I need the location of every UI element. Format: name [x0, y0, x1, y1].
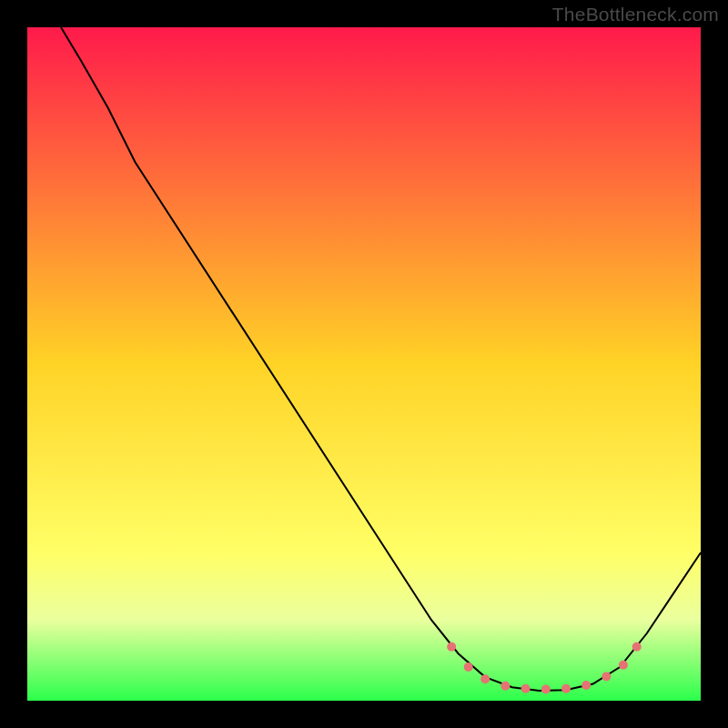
marker-dot [581, 681, 591, 690]
chart-svg [27, 27, 701, 701]
marker-dot [500, 682, 510, 691]
plot-area [27, 27, 701, 701]
marker-dot [541, 684, 551, 693]
marker-dot [447, 642, 456, 652]
marker-dot [480, 674, 490, 683]
gradient-background [27, 27, 701, 701]
marker-dot [464, 662, 473, 672]
marker-dot [619, 661, 628, 670]
marker-dot [602, 672, 611, 681]
watermark-text: TheBottleneck.com [552, 4, 719, 25]
marker-dot [561, 684, 571, 693]
marker-dot [521, 684, 531, 693]
chart-container: TheBottleneck.com [0, 0, 728, 728]
marker-dot [632, 642, 642, 652]
